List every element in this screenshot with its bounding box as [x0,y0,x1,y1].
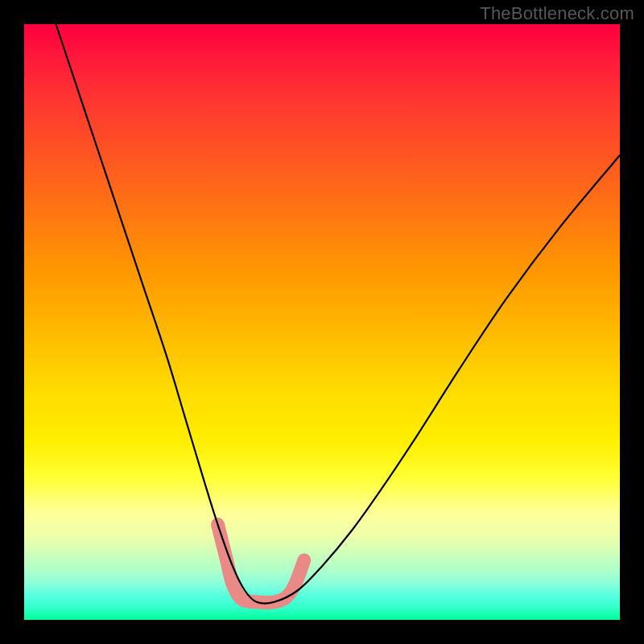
curve-svg [24,24,620,620]
bottleneck-curve [54,24,620,604]
watermark-text: TheBottleneck.com [480,3,634,24]
chart-frame: TheBottleneck.com [0,0,644,644]
plot-area [24,24,620,620]
